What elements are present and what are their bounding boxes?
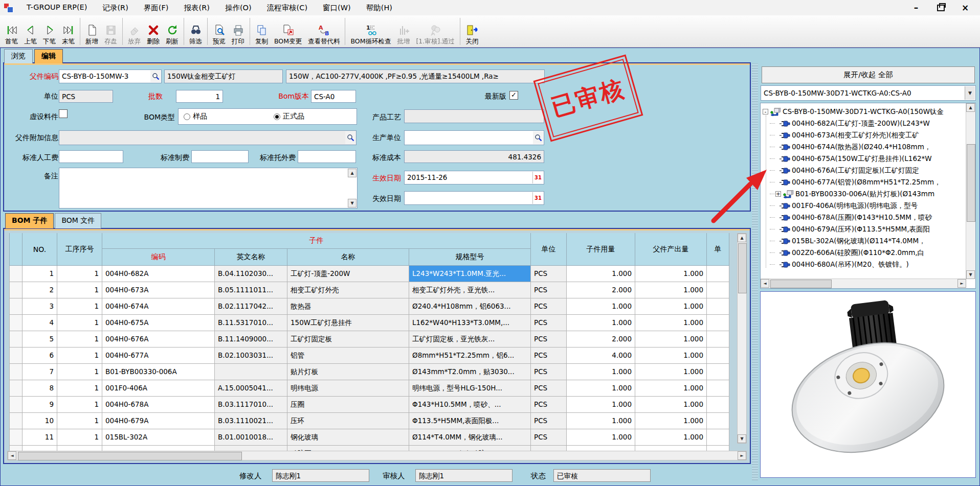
cell-spec[interactable]: Ø240.4*H108mm，铝6063... [409, 298, 531, 315]
menu-item[interactable]: 帮助(H) [359, 1, 400, 15]
lookup-icon[interactable] [150, 71, 161, 82]
tree-item[interactable]: 004H0-682A(工矿灯-顶盖-200W)(L243*W [770, 118, 965, 129]
cell-name[interactable]: 贴片灯板 [287, 364, 409, 380]
cell-unit[interactable]: PCS [531, 429, 567, 446]
cell-output[interactable]: 1.000 [635, 315, 707, 331]
menu-item[interactable]: 报表(R) [176, 1, 217, 15]
scroll-down-icon[interactable]: ▼ [966, 270, 975, 279]
cell-output[interactable]: 1.000 [635, 298, 707, 315]
prod-unit-field[interactable] [404, 130, 544, 145]
table-row[interactable]: 5 1 004H0-676A B.11.1409000... 工矿灯固定板 工矿… [9, 331, 729, 348]
next-record-button[interactable]: 下笔 [40, 22, 59, 47]
table-row[interactable]: 3 1 004H0-674A B.02.1117042... 散热器 Ø240.… [9, 298, 729, 315]
tree-item[interactable]: 004H0-680A(吊环)(M20、铁镀锌。) [770, 259, 965, 270]
tree-item[interactable]: - CS-BYB-0-150MW-30D71-WCTKG-A0(150W钛金 [763, 106, 965, 118]
view-substitute-button[interactable]: AB 查看替代料 [305, 22, 343, 47]
cell-unit[interactable]: PCS [531, 331, 567, 348]
cell-unit[interactable]: PCS [531, 315, 567, 331]
chevron-down-icon[interactable]: ▼ [965, 86, 975, 100]
tree-item[interactable]: 001F0-406A(明纬电源)(明纬电源，型号 [770, 200, 965, 212]
scrollbar-thumb[interactable] [738, 243, 747, 293]
tree-item[interactable]: + B01-BYB00330-006A(贴片灯板)(Ø143mm [770, 188, 965, 200]
header-seq[interactable]: 工序序号 [57, 233, 102, 266]
cell-code[interactable]: 004H0-678A [102, 397, 215, 413]
cell-en-name[interactable] [215, 364, 287, 380]
cell-name[interactable]: 工矿灯固定板 [287, 331, 409, 348]
header-output[interactable]: 父件产出量 [635, 233, 707, 266]
prev-record-button[interactable]: 上笔 [21, 22, 40, 47]
cell-code[interactable]: 004H0-674A [102, 298, 215, 315]
copy-button[interactable]: 复制 [252, 22, 271, 47]
tab-browse[interactable]: 浏览 [4, 49, 33, 63]
tab-bom-files[interactable]: BOM 文件 [55, 213, 101, 228]
cell-spec[interactable]: 明纬电源，型号HLG-150H... [409, 380, 531, 397]
cell-output[interactable]: 1.000 [635, 364, 707, 380]
cell-spec[interactable]: Ø114*T4.0MM，钢化玻璃... [409, 429, 531, 446]
row-selector[interactable] [9, 298, 23, 315]
scroll-right-icon[interactable]: ► [957, 279, 966, 288]
cell-spec[interactable]: Ø143mm*T2.0mm，贴3030... [409, 364, 531, 380]
cell-code[interactable]: 004H0-673A [102, 282, 215, 298]
cell-en-name[interactable]: B.03.1110021... [215, 413, 287, 429]
menu-item[interactable]: T-GROUP ERP(E) [19, 1, 95, 15]
scroll-down-icon[interactable]: ▼ [348, 199, 357, 207]
table-row[interactable]: 7 1 B01-BYB00330-006A 贴片灯板 Ø143mm*T2.0mm… [9, 364, 729, 380]
menu-item[interactable]: 窗口(W) [315, 1, 359, 15]
menu-item[interactable]: 记录(R) [95, 1, 136, 15]
outsource-cost-field[interactable] [298, 150, 356, 163]
first-record-button[interactable]: 首笔 [2, 22, 21, 47]
restore-button[interactable] [936, 3, 945, 12]
cell-spec[interactable]: Φ113.5*H5MM,表面阳极... [409, 413, 531, 429]
row-selector[interactable] [9, 282, 23, 298]
cell-qty[interactable]: 1.000 [567, 397, 635, 413]
parent-code-field[interactable]: CS-BYB-0-150MW-3 [59, 70, 162, 83]
cell-qty[interactable]: 2.000 [567, 282, 635, 298]
scroll-up-icon[interactable]: ▲ [348, 169, 357, 177]
batch-field[interactable]: 1 [176, 90, 223, 103]
cell-output[interactable]: 1.000 [635, 331, 707, 348]
cell-code[interactable]: 004H0-679A [102, 413, 215, 429]
tree-item[interactable]: 004H0-675A(150W工矿灯悬挂件)(L162*W [770, 153, 965, 165]
row-selector[interactable] [9, 315, 23, 331]
virtual-part-checkbox[interactable] [59, 109, 68, 118]
row-selector[interactable] [9, 331, 23, 348]
cell-unit[interactable]: PCS [531, 282, 567, 298]
cell-en-name[interactable]: B.02.1117042... [215, 298, 287, 315]
header-unit[interactable]: 单位 [531, 233, 567, 266]
row-selector[interactable] [9, 348, 23, 364]
cell-unit[interactable]: PCS [531, 298, 567, 315]
cell-spec[interactable]: Φ143*H10.5MM，喷砂、... [409, 397, 531, 413]
new-button[interactable]: 新增 [82, 22, 101, 47]
tree-item[interactable]: 015BL-302A(钢化玻璃)(Ø114*T4.0MM， [770, 235, 965, 247]
header-spec[interactable]: 规格型号 [409, 249, 531, 266]
expand-collapse-all-button[interactable]: 展开/收起 全部 [762, 66, 975, 83]
batch-add-button[interactable]: 批增 [394, 22, 413, 47]
effective-date-field[interactable]: 2015-11-26 31 [404, 171, 544, 184]
cell-qty[interactable]: 1.000 [567, 315, 635, 331]
tree-expander[interactable]: - [763, 109, 768, 114]
tree-horizontal-scrollbar[interactable]: ◄ ► [761, 279, 966, 288]
cell-name[interactable]: 铝管 [287, 348, 409, 364]
cell-en-name[interactable]: B.01.0010018... [215, 429, 287, 446]
cell-name[interactable]: 散热器 [287, 298, 409, 315]
cell-spec[interactable]: 相变工矿灯外壳，亚光铁... [409, 282, 531, 298]
remark-field[interactable]: ▲ ▼ [59, 168, 358, 209]
calendar-icon[interactable]: 31 [532, 192, 543, 204]
tree-item[interactable]: 004H0-676A(工矿灯固定板)(工矿灯固定 [770, 165, 965, 176]
table-row[interactable]: 6 1 004H0-677A B.02.1003031... 铝管 Ø8mm*H… [9, 348, 729, 364]
scroll-left-icon[interactable]: ◄ [761, 279, 769, 288]
scrollbar-thumb[interactable] [18, 452, 242, 460]
cell-output[interactable]: 1.000 [635, 413, 707, 429]
cell-name[interactable]: 压圈 [287, 397, 409, 413]
table-row[interactable]: 10 1 004H0-679A B.03.1110021... 压环 Φ113.… [9, 413, 729, 429]
tree-item[interactable]: 004H0-674A(散热器)(Ø240.4*H108mm， [770, 141, 965, 153]
cell-en-name[interactable]: A.15.0005041... [215, 380, 287, 397]
cell-name[interactable]: 工矿灯-顶盖-200W [287, 266, 409, 282]
cell-unit[interactable]: PCS [531, 266, 567, 282]
radio-sample[interactable] [184, 113, 190, 120]
cell-name[interactable]: 钢化玻璃 [287, 429, 409, 446]
close-window-button[interactable]: × [961, 3, 970, 12]
cell-unit[interactable]: PCS [531, 364, 567, 380]
table-vertical-scrollbar[interactable]: ▲ ▼ [737, 233, 747, 444]
table-row[interactable]: 4 1 004H0-675A B.11.5317010... 150W工矿灯悬挂… [9, 315, 729, 331]
